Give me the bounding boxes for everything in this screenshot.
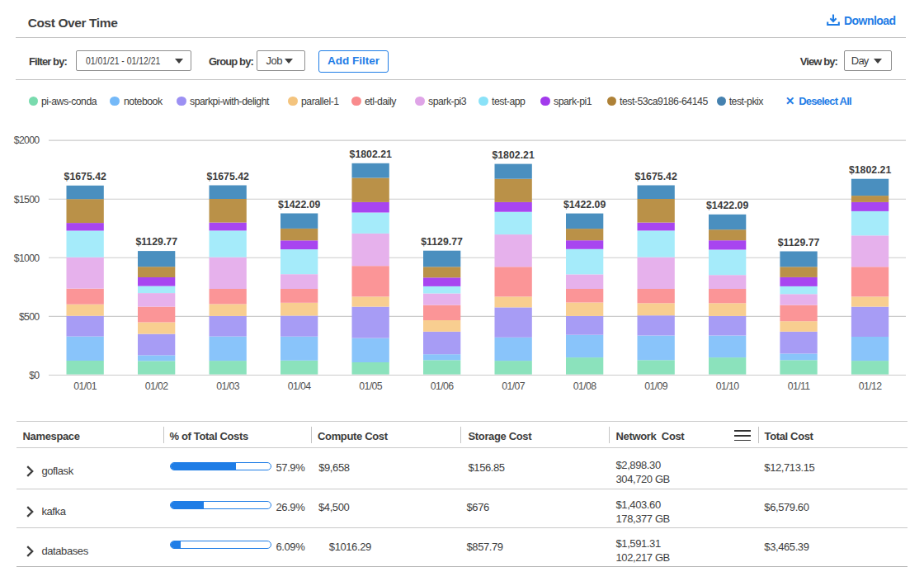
svg-text:$1675.42: $1675.42	[634, 171, 676, 182]
svg-text:01/06: 01/06	[431, 380, 455, 392]
svg-text:01/05: 01/05	[359, 380, 383, 392]
svg-text:01/12: 01/12	[859, 380, 883, 392]
svg-text:$1500: $1500	[14, 194, 40, 206]
svg-text:$1422.09: $1422.09	[706, 200, 748, 211]
svg-text:$1129.77: $1129.77	[135, 236, 177, 248]
svg-text:$1422.09: $1422.09	[278, 199, 320, 210]
svg-text:01/10: 01/10	[716, 380, 740, 392]
svg-text:$1422.09: $1422.09	[563, 199, 606, 210]
svg-text:$1802.21: $1802.21	[849, 164, 891, 176]
svg-text:$1129.77: $1129.77	[778, 237, 820, 248]
svg-text:01/04: 01/04	[288, 380, 312, 392]
svg-text:01/02: 01/02	[145, 380, 169, 392]
svg-text:01/03: 01/03	[216, 380, 240, 392]
svg-text:$0: $0	[29, 370, 40, 381]
svg-text:01/01: 01/01	[73, 380, 97, 392]
svg-text:01/07: 01/07	[502, 380, 526, 392]
svg-text:$1675.42: $1675.42	[207, 171, 249, 182]
svg-text:01/09: 01/09	[644, 380, 668, 392]
svg-text:$2000: $2000	[14, 135, 40, 146]
svg-text:$1802.21: $1802.21	[350, 149, 392, 160]
svg-text:$1129.77: $1129.77	[421, 236, 463, 248]
svg-text:$1675.42: $1675.42	[64, 171, 106, 182]
svg-text:$1000: $1000	[14, 253, 40, 264]
svg-text:01/11: 01/11	[788, 380, 811, 392]
svg-text:$500: $500	[19, 311, 40, 323]
svg-text:$1802.21: $1802.21	[492, 149, 534, 161]
svg-text:01/08: 01/08	[573, 380, 597, 392]
